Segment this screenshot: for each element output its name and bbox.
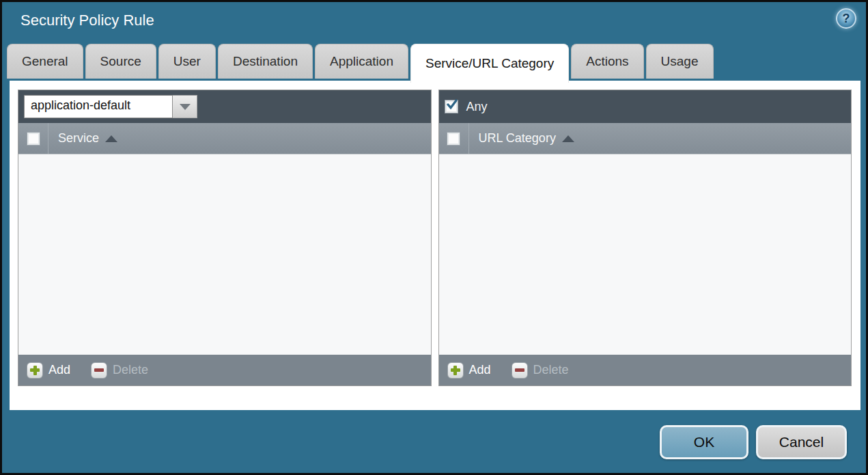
tab-content-service-url-category: application-default Service [10, 81, 860, 410]
service-type-dropdown-value[interactable]: application-default [24, 95, 173, 118]
tab-label: Application [330, 54, 393, 69]
url-category-toolbar: Add Delete [439, 355, 852, 385]
tab-service-url-category[interactable]: Service/URL Category [410, 44, 569, 83]
service-add-button[interactable]: Add [27, 362, 70, 379]
url-category-add-button[interactable]: Add [447, 362, 491, 379]
add-icon [27, 362, 43, 379]
title-bar: Security Policy Rule ? [2, 2, 866, 44]
security-policy-rule-dialog: Security Policy Rule ? General Source Us… [0, 0, 868, 475]
delete-button-label: Delete [533, 363, 569, 377]
service-delete-button[interactable]: Delete [91, 362, 148, 379]
add-button-label: Add [469, 363, 491, 377]
tab-label: Source [100, 54, 141, 69]
url-category-panel: Any URL Category Add [438, 90, 852, 386]
delete-icon [512, 362, 528, 379]
url-category-panel-header: Any [439, 90, 852, 123]
tab-label: Usage [661, 54, 699, 69]
tab-application[interactable]: Application [315, 44, 408, 79]
help-icon[interactable]: ? [836, 8, 856, 29]
service-type-dropdown: application-default [24, 95, 197, 118]
tab-actions[interactable]: Actions [571, 44, 643, 79]
any-checkbox-label[interactable]: Any [466, 100, 488, 114]
service-select-all-cell [18, 123, 48, 154]
chevron-down-icon [180, 104, 191, 110]
tab-label: User [173, 54, 201, 69]
service-toolbar: Add Delete [18, 355, 431, 385]
dialog-title: Security Policy Rule [20, 12, 154, 29]
delete-icon [91, 362, 107, 379]
cancel-button[interactable]: Cancel [756, 425, 847, 459]
url-category-column-header: URL Category [439, 123, 852, 154]
sort-ascending-icon[interactable] [105, 135, 117, 142]
tab-general[interactable]: General [7, 44, 83, 79]
tab-label: Destination [233, 54, 298, 69]
tab-usage[interactable]: Usage [646, 44, 714, 79]
sort-ascending-icon[interactable] [562, 135, 574, 142]
url-category-delete-button[interactable]: Delete [512, 362, 569, 379]
dialog-footer: OK Cancel [2, 410, 866, 473]
tab-label: Actions [586, 54, 628, 69]
service-column-label[interactable]: Service [58, 131, 99, 146]
service-type-dropdown-button[interactable] [173, 95, 197, 118]
url-category-column-label[interactable]: URL Category [479, 131, 556, 146]
tab-source[interactable]: Source [85, 44, 156, 79]
tab-label: Service/URL Category [425, 56, 554, 71]
service-panel-header: application-default [18, 90, 431, 123]
url-category-select-all-cell [439, 123, 469, 154]
url-category-list [439, 154, 852, 355]
ok-button[interactable]: OK [660, 425, 748, 459]
tab-user[interactable]: User [158, 44, 216, 79]
tab-destination[interactable]: Destination [218, 44, 313, 79]
tab-bar: General Source User Destination Applicat… [7, 44, 714, 81]
delete-button-label: Delete [113, 363, 148, 377]
any-checkbox[interactable] [445, 100, 458, 113]
service-list [18, 154, 431, 355]
check-icon [447, 97, 458, 112]
url-category-select-all-checkbox[interactable] [447, 132, 460, 146]
tab-label: General [22, 54, 68, 69]
add-icon [447, 362, 464, 379]
service-column-header: Service [18, 123, 431, 154]
add-button-label: Add [48, 363, 70, 377]
service-select-all-checkbox[interactable] [27, 132, 40, 146]
service-panel: application-default Service [18, 90, 432, 386]
